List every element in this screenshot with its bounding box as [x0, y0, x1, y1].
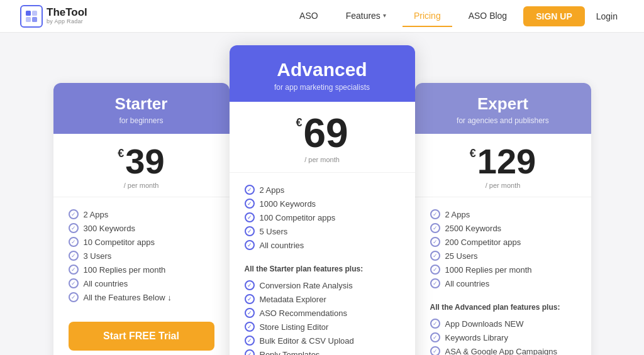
check-icon: ✓ — [430, 251, 440, 261]
nav-aso-blog[interactable]: ASO Blog — [457, 6, 518, 27]
advanced-extra-features: ✓Conversion Rate Analysis ✓Metadata Expl… — [230, 276, 415, 355]
check-icon: ✓ — [245, 185, 255, 195]
starter-tagline: for beginners — [69, 116, 214, 125]
check-icon: ✓ — [245, 349, 255, 355]
list-item: ✓2 Apps — [69, 207, 214, 221]
list-item: ✓All countries — [69, 276, 214, 290]
check-icon: ✓ — [69, 237, 79, 247]
list-item: ✓25 Users — [430, 249, 576, 263]
check-icon: ✓ — [245, 308, 255, 318]
advanced-divider: All the Starter plan features plus: — [230, 262, 415, 276]
check-icon: ✓ — [430, 209, 440, 219]
list-item: ✓2 Apps — [430, 207, 576, 221]
list-item: ✓Metadata Explorer — [245, 292, 400, 306]
starter-plan-card: Starter for beginners € 39 / per month ✓… — [53, 83, 230, 355]
signup-button[interactable]: SIGN UP — [523, 6, 585, 26]
starter-features-list: ✓2 Apps ✓300 Keywords ✓10 Competitor app… — [53, 197, 230, 314]
starter-price: 39 — [125, 144, 164, 179]
list-item: ✓App Downloads NEW — [430, 317, 576, 330]
check-icon: ✓ — [245, 280, 255, 290]
expert-currency: € — [470, 148, 476, 159]
svg-rect-2 — [26, 17, 31, 22]
check-icon: ✓ — [430, 223, 440, 233]
svg-rect-1 — [32, 11, 37, 16]
list-item: ✓300 Keywords — [69, 221, 214, 235]
list-item: ✓ASA & Google App Campaigns — [430, 344, 576, 355]
list-item: ✓Store Listing Editor — [245, 320, 400, 334]
list-item: ✓Keywords Library — [430, 330, 576, 344]
expert-plan-card: Expert for agencies and publishers € 129… — [415, 83, 591, 355]
check-icon: ✓ — [430, 265, 440, 275]
check-icon: ✓ — [245, 212, 255, 222]
list-item: ✓Conversion Rate Analysis — [245, 278, 400, 292]
list-item: ✓All the Features Below ↓ — [69, 290, 214, 304]
check-icon: ✓ — [430, 237, 440, 247]
svg-rect-0 — [26, 11, 31, 16]
advanced-price: 69 — [303, 113, 348, 153]
starter-header: Starter for beginners — [53, 83, 230, 134]
expert-price: 129 — [477, 144, 536, 179]
list-item: ✓Bulk Editor & CSV Upload — [245, 334, 400, 347]
list-item: ✓1000 Replies per month — [430, 263, 576, 276]
list-item: ✓10 Competitor apps — [69, 235, 214, 249]
logo-name: TheTool — [47, 7, 87, 19]
check-icon: ✓ — [69, 292, 79, 302]
list-item: ✓2500 Keywords — [430, 221, 576, 235]
list-item: ✓100 Replies per month — [69, 263, 214, 276]
logo: TheTool by App Radar — [20, 5, 87, 28]
expert-basic-features: ✓2 Apps ✓2500 Keywords ✓200 Competitor a… — [415, 197, 591, 300]
check-icon: ✓ — [245, 322, 255, 332]
check-icon: ✓ — [245, 336, 255, 346]
logo-icon — [20, 5, 43, 28]
advanced-currency: € — [296, 117, 302, 128]
nav-pricing[interactable]: Pricing — [402, 6, 452, 27]
starter-cta-area: Start FREE Trial Increase your organic d… — [53, 314, 230, 355]
check-icon: ✓ — [430, 319, 440, 329]
check-icon: ✓ — [245, 240, 255, 250]
check-icon: ✓ — [430, 346, 440, 355]
nav-links: ASO Features ▾ Pricing ASO Blog — [288, 6, 518, 27]
list-item: ✓All countries — [430, 276, 576, 290]
check-icon: ✓ — [69, 278, 79, 288]
logo-subtitle: by App Radar — [47, 19, 87, 25]
check-icon: ✓ — [245, 226, 255, 236]
advanced-plan-card: Advanced for app marketing specialists €… — [230, 45, 415, 355]
expert-per-month: / per month — [430, 182, 576, 189]
expert-divider: All the Advanced plan features plus: — [415, 300, 591, 314]
expert-tagline: for agencies and publishers — [430, 116, 576, 125]
navbar: TheTool by App Radar ASO Features ▾ Pric… — [0, 0, 644, 33]
starter-currency: € — [118, 148, 124, 159]
list-item: ✓100 Competitor apps — [245, 210, 400, 224]
check-icon: ✓ — [69, 265, 79, 275]
expert-plan-name: Expert — [430, 94, 576, 114]
login-link[interactable]: Login — [590, 6, 624, 26]
check-icon: ✓ — [245, 199, 255, 209]
list-item: ✓5 Users — [245, 224, 400, 238]
chevron-down-icon: ▾ — [383, 12, 386, 19]
advanced-tagline: for app marketing specialists — [245, 83, 400, 92]
advanced-per-month: / per month — [245, 156, 400, 163]
list-item: ✓1000 Keywords — [245, 197, 400, 210]
expert-header: Expert for agencies and publishers — [415, 83, 591, 134]
check-icon: ✓ — [69, 251, 79, 261]
list-item: ✓3 Users — [69, 249, 214, 263]
check-icon: ✓ — [69, 209, 79, 219]
advanced-header: Advanced for app marketing specialists — [230, 45, 415, 102]
list-item: ✓ASO Recommendations — [245, 306, 400, 320]
list-item: ✓All countries — [245, 238, 400, 252]
check-icon: ✓ — [430, 278, 440, 288]
starter-price-area: € 39 / per month — [53, 134, 230, 197]
pricing-section: Starter for beginners € 39 / per month ✓… — [0, 33, 644, 355]
advanced-plan-name: Advanced — [245, 59, 400, 80]
nav-aso[interactable]: ASO — [288, 6, 330, 27]
check-icon: ✓ — [245, 294, 255, 304]
check-icon: ✓ — [69, 223, 79, 233]
nav-features[interactable]: Features ▾ — [335, 6, 397, 27]
starter-cta-button[interactable]: Start FREE Trial — [69, 322, 214, 351]
svg-rect-3 — [32, 17, 37, 22]
expert-price-area: € 129 / per month — [415, 134, 591, 197]
list-item: ✓200 Competitor apps — [430, 235, 576, 249]
advanced-basic-features: ✓2 Apps ✓1000 Keywords ✓100 Competitor a… — [230, 173, 415, 262]
starter-plan-name: Starter — [69, 94, 214, 114]
list-item: ✓Reply Templates — [245, 347, 400, 355]
